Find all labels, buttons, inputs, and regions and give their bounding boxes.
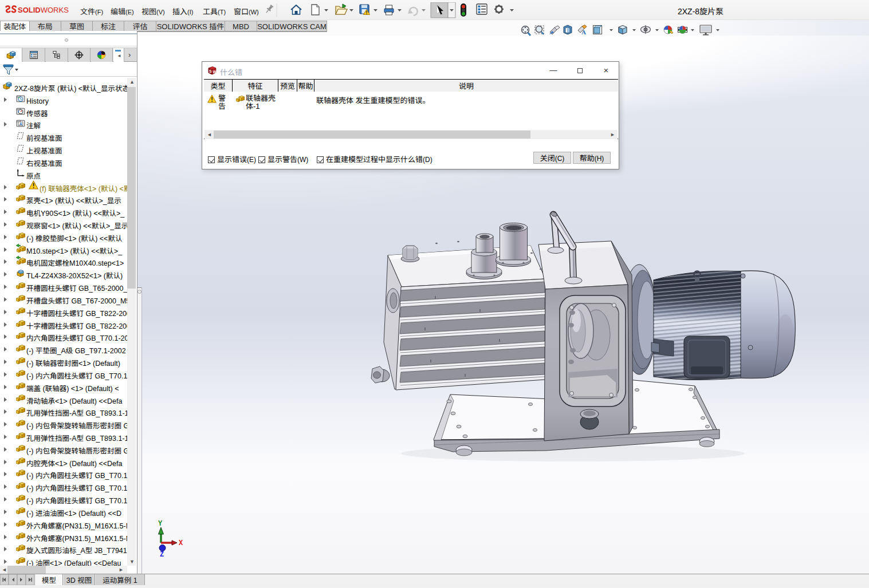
svg-text:Z: Z bbox=[160, 551, 164, 557]
svg-text:Y: Y bbox=[158, 520, 163, 528]
svg-text:SOLIDWORKS: SOLIDWORKS bbox=[18, 6, 69, 14]
svg-text:X: X bbox=[179, 539, 183, 547]
